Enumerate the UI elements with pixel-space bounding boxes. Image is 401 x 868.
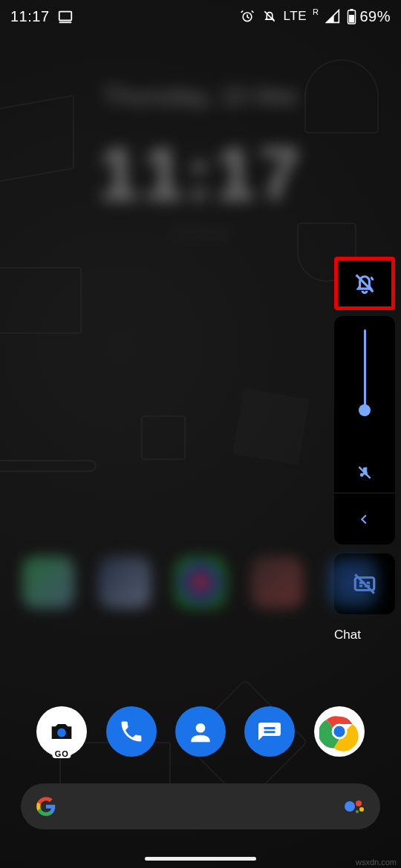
wallpaper-shape bbox=[232, 388, 310, 465]
dock-phone[interactable] bbox=[106, 706, 157, 757]
svg-rect-0 bbox=[59, 12, 71, 21]
home-app-row[interactable] bbox=[22, 556, 379, 608]
network-label: LTE bbox=[284, 9, 307, 24]
svg-point-24 bbox=[345, 801, 355, 812]
wallpaper-shape bbox=[0, 95, 74, 188]
status-bar[interactable]: 11:17 LTE R 69% bbox=[0, 0, 401, 33]
message-icon bbox=[256, 718, 283, 745]
wallpaper-shape bbox=[0, 460, 97, 472]
svg-point-27 bbox=[356, 810, 359, 813]
status-time: 11:17 bbox=[10, 8, 50, 25]
cast-icon bbox=[57, 8, 74, 24]
volume-track bbox=[364, 329, 366, 411]
home-app[interactable] bbox=[327, 556, 379, 608]
phone-icon bbox=[118, 718, 145, 745]
wallpaper-shape bbox=[304, 59, 379, 134]
gesture-nav-bar[interactable] bbox=[145, 857, 256, 861]
bell-off-icon bbox=[352, 271, 377, 296]
clock-day: Thursday, 10 Mar bbox=[98, 82, 303, 111]
wallpaper-shape bbox=[0, 267, 82, 334]
volume-slider[interactable] bbox=[364, 316, 366, 493]
svg-rect-5 bbox=[351, 9, 353, 10]
svg-point-17 bbox=[57, 729, 66, 737]
svg-point-25 bbox=[356, 800, 362, 806]
volume-settings-expand[interactable] bbox=[334, 493, 395, 545]
home-app-label: Chat bbox=[334, 628, 361, 642]
dnd-bell-off-icon bbox=[261, 8, 278, 24]
home-app[interactable] bbox=[251, 556, 303, 608]
chrome-icon bbox=[319, 711, 359, 752]
home-app[interactable] bbox=[99, 556, 151, 608]
ringer-mode-button[interactable] bbox=[334, 257, 395, 310]
volume-thumb[interactable] bbox=[359, 404, 371, 416]
home-app[interactable] bbox=[175, 556, 226, 608]
google-search-bar[interactable] bbox=[21, 783, 380, 829]
wallpaper-shape bbox=[141, 415, 186, 460]
media-mute-icon bbox=[355, 463, 374, 482]
assistant-icon[interactable] bbox=[343, 795, 365, 818]
network-roaming: R bbox=[313, 7, 319, 16]
clock-subline: — — — bbox=[98, 223, 303, 242]
svg-point-26 bbox=[359, 807, 364, 812]
svg-rect-6 bbox=[349, 15, 354, 23]
person-icon bbox=[186, 717, 215, 746]
watermark: wsxdn.com bbox=[356, 858, 397, 867]
clock-time: 11:17 bbox=[98, 131, 303, 217]
camera-icon bbox=[47, 717, 76, 746]
home-app[interactable] bbox=[22, 556, 74, 608]
go-badge: GO bbox=[53, 749, 71, 758]
dock-camera-go[interactable]: GO bbox=[36, 706, 87, 757]
svg-point-8 bbox=[360, 473, 364, 477]
dock-chrome[interactable] bbox=[314, 706, 365, 757]
dock-contacts[interactable] bbox=[175, 706, 226, 757]
svg-point-18 bbox=[196, 723, 206, 733]
battery-percent: 69% bbox=[359, 8, 391, 25]
alarm-icon bbox=[239, 8, 255, 24]
chevron-left-icon bbox=[356, 511, 373, 527]
clock-widget[interactable]: Thursday, 10 Mar 11:17 — — — bbox=[98, 82, 303, 242]
battery-status: 69% bbox=[347, 8, 391, 25]
dock-messages[interactable] bbox=[244, 706, 295, 757]
dock: GO bbox=[0, 706, 401, 757]
signal-icon bbox=[325, 8, 341, 24]
google-g-icon bbox=[36, 796, 56, 817]
